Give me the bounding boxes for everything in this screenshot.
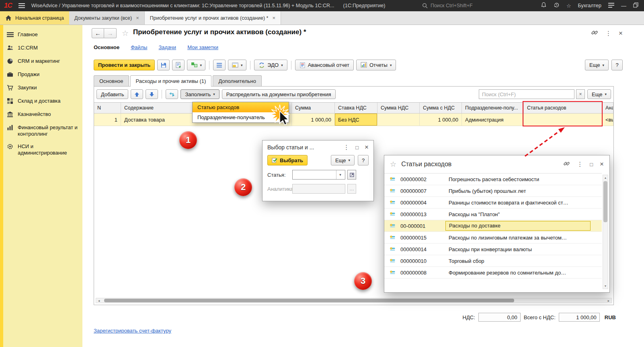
tab-expenses[interactable]: Расходы и прочие активы (1) [130, 75, 212, 87]
history-icon[interactable] [554, 2, 560, 9]
document-register-button[interactable] [213, 60, 226, 70]
open-article-button[interactable] [347, 170, 356, 180]
nav-link-tasks[interactable]: Задачи [158, 44, 176, 50]
notifications-bell-icon[interactable] [541, 2, 547, 9]
scrollbar-thumb[interactable] [104, 299, 514, 302]
list-item[interactable]: 000000013 Расходы на "Платон" [384, 209, 602, 220]
global-search[interactable]: Поиск Ctrl+Shift+F [422, 3, 537, 8]
edo-button[interactable]: ЭДО ▾ [254, 60, 287, 70]
vertical-scrollbar[interactable]: ▴ ▾ [603, 175, 608, 289]
reports-button[interactable]: Отчеты ▾ [356, 60, 396, 70]
column-header-department[interactable]: Подразделение-полу... [462, 103, 524, 113]
column-header-vat-rate[interactable]: Ставка НДС [335, 103, 377, 113]
save-button[interactable] [157, 60, 170, 70]
list-item[interactable]: 000000004 Разницы стоимости возврата и ф… [384, 197, 602, 209]
tab-current-document[interactable]: Приобретение услуг и прочих активов (соз… [145, 11, 281, 25]
sidebar-item-financial-result[interactable]: Финансовый результат и контроллинг [4, 121, 82, 140]
dialog-more-button[interactable]: Еще ▾ [331, 155, 355, 165]
dialog-titlebar[interactable]: Выбор статьи и ... ⋮ □ × [263, 140, 373, 154]
post-and-close-button[interactable]: Провести и закрыть [94, 60, 155, 70]
link-icon[interactable] [591, 29, 598, 38]
nav-link-files[interactable]: Файлы [131, 44, 147, 50]
more-menu-icon[interactable]: ⋮ [343, 144, 349, 151]
dialog-help-button[interactable]: ? [358, 155, 369, 165]
nav-link-main[interactable]: Основное [94, 44, 119, 50]
grid-more-button[interactable]: Еще ▾ [587, 89, 611, 99]
list-item-selected[interactable]: 00-000001 Расходы по доставке [384, 220, 602, 232]
distribute-button[interactable]: Распределить на документы приобретения [222, 89, 336, 99]
list-item[interactable]: 000000008 Формирование резервов по сомни… [384, 267, 602, 279]
move-up-button[interactable] [131, 89, 143, 99]
maximize-icon[interactable]: □ [590, 161, 593, 167]
tab-home[interactable]: Начальная страница [0, 11, 69, 25]
article-input[interactable] [293, 170, 336, 179]
favorites-star-icon[interactable]: ☆ [566, 3, 571, 9]
fill-button[interactable]: Заполнить ▾ [180, 89, 219, 99]
favorite-star-icon[interactable]: ☆ [390, 160, 396, 169]
help-button[interactable]: ? [611, 60, 623, 70]
close-form-icon[interactable]: × [619, 29, 623, 37]
sidebar-item-warehouse[interactable]: Склад и доставка [4, 95, 82, 108]
scrollbar-thumb[interactable] [603, 181, 607, 222]
share-rows-button[interactable] [166, 89, 178, 99]
window-titlebar[interactable]: ☆ Статьи расходов ⋮ □ × [384, 155, 609, 173]
link-icon[interactable] [563, 160, 570, 169]
close-dialog-icon[interactable]: × [365, 143, 369, 151]
minimize-icon[interactable]: — [621, 3, 626, 9]
sidebar-item-administration[interactable]: НСИ и администрирование [4, 140, 82, 159]
current-user[interactable]: Бухгалтер [578, 3, 601, 8]
scroll-up-icon[interactable]: ▴ [605, 175, 606, 180]
tab-purchase-documents[interactable]: Документы закупки (все) × [69, 11, 145, 25]
cell-vat-rate[interactable]: Без НДС [335, 114, 377, 126]
back-button[interactable]: ← [92, 28, 104, 38]
select-button[interactable]: Выбрать [267, 155, 308, 165]
column-header-n[interactable]: N [94, 103, 121, 113]
move-down-button[interactable] [146, 89, 158, 99]
sidebar-item-1c-crm[interactable]: 1С:CRM [4, 41, 82, 55]
print-forms-button[interactable]: ▾ [228, 60, 246, 70]
tab-close-icon[interactable]: × [272, 15, 275, 21]
cell-vat-sum[interactable] [377, 114, 420, 126]
restore-window-icon[interactable] [633, 2, 638, 9]
list-item[interactable]: 000000002 Погрешность расчета себестоимо… [384, 174, 602, 185]
form-more-button[interactable]: Еще ▾ [585, 60, 609, 70]
cell-total[interactable]: 1 000,00 [420, 114, 462, 126]
maximize-icon[interactable]: □ [355, 145, 359, 151]
scroll-down-icon[interactable]: ▾ [605, 283, 606, 289]
column-header-analytics[interactable]: Анал [602, 103, 613, 113]
cell-department[interactable]: Администрация [462, 114, 524, 126]
scroll-right-icon[interactable]: ▸ [606, 299, 611, 303]
cell-n[interactable]: 1 [94, 114, 121, 126]
cell-analytics[interactable]: <выб [602, 114, 613, 126]
tab-additional[interactable]: Дополнительно [213, 75, 262, 86]
more-menu-icon[interactable]: ⋮ [605, 30, 611, 37]
register-invoice-link[interactable]: Зарегистрировать счет-фактуру [94, 328, 171, 334]
list-item[interactable]: 000000007 Прибыль (убыток) прошлых лет [384, 185, 602, 197]
advance-report-button[interactable]: Авансовый отчет [295, 60, 354, 70]
cell-sum[interactable]: 1 000,00 [292, 114, 335, 126]
column-header-vat-sum[interactable]: Сумма НДС [377, 103, 420, 113]
forward-button[interactable]: → [104, 28, 117, 38]
add-row-button[interactable]: Добавить [96, 89, 128, 99]
clear-search-icon[interactable]: × [576, 89, 585, 99]
tab-main[interactable]: Основное [94, 75, 129, 86]
tab-close-icon[interactable]: × [136, 15, 139, 21]
post-document-button[interactable] [172, 60, 185, 70]
list-item[interactable]: 000000015 Расходы по лизинговым платежам… [384, 232, 602, 244]
list-item[interactable]: 000000010 Торговый сбор [384, 255, 602, 267]
sidebar-item-purchases[interactable]: Закупки [4, 81, 82, 95]
sidebar-item-main[interactable]: Главное [4, 28, 82, 41]
sidebar-item-sales[interactable]: Продажи [4, 68, 82, 81]
scroll-left-icon[interactable]: ◂ [96, 299, 102, 303]
column-header-total[interactable]: Сумма с НДС [420, 103, 462, 113]
create-based-on-button[interactable]: ▾ [187, 60, 205, 70]
list-item[interactable]: 000000014 Расходы при конвертации валюты [384, 244, 602, 255]
sidebar-item-treasury[interactable]: Казначейство [4, 108, 82, 121]
horizontal-scrollbar[interactable]: ◂ ▸ [96, 298, 612, 303]
sidebar-item-crm-marketing[interactable]: CRM и маркетинг [4, 55, 82, 68]
more-menu-icon[interactable]: ⋮ [577, 161, 583, 168]
column-header-sum[interactable]: Сумма [292, 103, 335, 113]
functions-menu-icon[interactable] [608, 3, 614, 9]
combo-caret-icon[interactable]: ▾ [336, 170, 344, 179]
favorite-star-icon[interactable]: ☆ [122, 29, 129, 38]
